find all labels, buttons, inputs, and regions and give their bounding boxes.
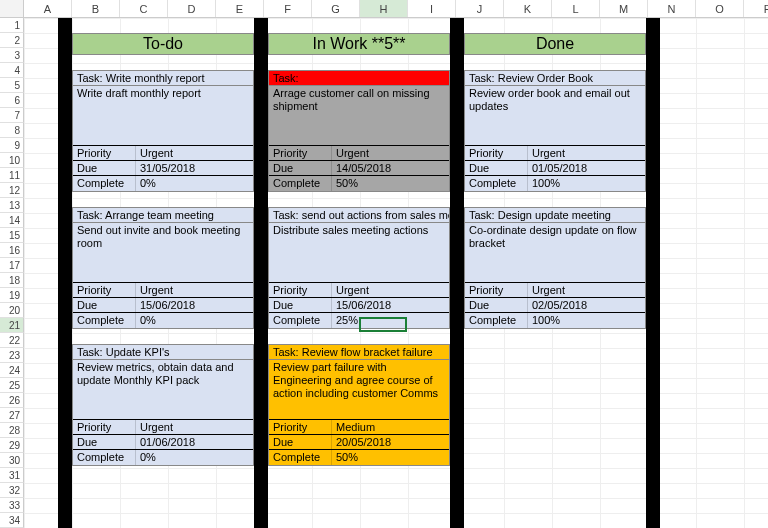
col-head-H[interactable]: H (360, 0, 408, 17)
card-row-value[interactable]: 50% (331, 450, 449, 465)
row-head-14[interactable]: 14 (0, 213, 24, 228)
col-head-F[interactable]: F (264, 0, 312, 17)
column-header-done[interactable]: Done (464, 33, 646, 55)
col-head-B[interactable]: B (72, 0, 120, 17)
card-row-value[interactable]: 01/05/2018 (527, 161, 645, 175)
card-row-value[interactable]: 14/05/2018 (331, 161, 449, 175)
card-row-value[interactable]: Medium (331, 420, 449, 434)
row-head-10[interactable]: 10 (0, 153, 24, 168)
card[interactable]: Task:Arrage customer call on missing shi… (268, 70, 450, 192)
card-row-value[interactable]: Urgent (331, 283, 449, 297)
row-head-3[interactable]: 3 (0, 48, 24, 63)
row-head-19[interactable]: 19 (0, 288, 24, 303)
row-head-15[interactable]: 15 (0, 228, 24, 243)
row-head-1[interactable]: 1 (0, 18, 24, 33)
select-all-corner[interactable] (0, 0, 24, 17)
col-head-M[interactable]: M (600, 0, 648, 17)
card-row-value[interactable]: Urgent (135, 283, 253, 297)
col-head-D[interactable]: D (168, 0, 216, 17)
col-head-C[interactable]: C (120, 0, 168, 17)
card-desc[interactable]: Send out invite and book meeting room (73, 223, 253, 283)
card-row-value[interactable]: 0% (135, 313, 253, 328)
row-head-9[interactable]: 9 (0, 138, 24, 153)
card-row-priority[interactable]: PriorityUrgent (465, 283, 645, 298)
card-title[interactable]: Task: Arrange team meeting (73, 208, 253, 223)
card-row-due[interactable]: Due20/05/2018 (269, 435, 449, 450)
row-head-5[interactable]: 5 (0, 78, 24, 93)
column-header-todo[interactable]: To-do (72, 33, 254, 55)
card-row-value[interactable]: 50% (331, 176, 449, 191)
card-row-priority[interactable]: PriorityMedium (269, 420, 449, 435)
card-row-due[interactable]: Due31/05/2018 (73, 161, 253, 176)
col-head-A[interactable]: A (24, 0, 72, 17)
card-row-value[interactable]: 25% (331, 313, 449, 328)
row-head-22[interactable]: 22 (0, 333, 24, 348)
card-title[interactable]: Task: (269, 71, 449, 86)
card-row-value[interactable]: Urgent (527, 283, 645, 297)
card-row-value[interactable]: 02/05/2018 (527, 298, 645, 312)
card-row-complete[interactable]: Complete50% (269, 450, 449, 465)
card[interactable]: Task: send out actions from sales meetDi… (268, 207, 450, 329)
card-row-complete[interactable]: Complete0% (73, 313, 253, 328)
row-head-7[interactable]: 7 (0, 108, 24, 123)
card-row-priority[interactable]: PriorityUrgent (269, 146, 449, 161)
card-row-due[interactable]: Due14/05/2018 (269, 161, 449, 176)
card[interactable]: Task: Update KPI'sReview metrics, obtain… (72, 344, 254, 466)
card-row-priority[interactable]: PriorityUrgent (73, 283, 253, 298)
col-head-G[interactable]: G (312, 0, 360, 17)
row-head-33[interactable]: 33 (0, 498, 24, 513)
col-head-K[interactable]: K (504, 0, 552, 17)
card-row-value[interactable]: 0% (135, 176, 253, 191)
card-desc[interactable]: Write draft monthly report (73, 86, 253, 146)
card-row-value[interactable]: Urgent (135, 420, 253, 434)
row-head-2[interactable]: 2 (0, 33, 24, 48)
row-head-12[interactable]: 12 (0, 183, 24, 198)
card-row-value[interactable]: 31/05/2018 (135, 161, 253, 175)
row-head-28[interactable]: 28 (0, 423, 24, 438)
col-head-O[interactable]: O (696, 0, 744, 17)
col-head-E[interactable]: E (216, 0, 264, 17)
row-head-30[interactable]: 30 (0, 453, 24, 468)
row-head-13[interactable]: 13 (0, 198, 24, 213)
card-row-priority[interactable]: PriorityUrgent (73, 420, 253, 435)
card-desc[interactable]: Review order book and email out updates (465, 86, 645, 146)
row-head-24[interactable]: 24 (0, 363, 24, 378)
card-row-due[interactable]: Due01/06/2018 (73, 435, 253, 450)
col-head-I[interactable]: I (408, 0, 456, 17)
card-title[interactable]: Task: send out actions from sales meet (269, 208, 449, 223)
card-row-due[interactable]: Due15/06/2018 (269, 298, 449, 313)
card-desc[interactable]: Arrage customer call on missing shipment (269, 86, 449, 146)
row-head-18[interactable]: 18 (0, 273, 24, 288)
card-row-value[interactable]: 15/06/2018 (331, 298, 449, 312)
card-row-value[interactable]: Urgent (527, 146, 645, 160)
card-desc[interactable]: Review metrics, obtain data and update M… (73, 360, 253, 420)
grid[interactable]: .sep{display:none} To-do Task: Write mon… (24, 18, 768, 528)
card-title[interactable]: Task: Review Order Book (465, 71, 645, 86)
card-title[interactable]: Task: Review flow bracket failure (269, 345, 449, 360)
card-row-value[interactable]: Urgent (331, 146, 449, 160)
row-head-8[interactable]: 8 (0, 123, 24, 138)
row-head-16[interactable]: 16 (0, 243, 24, 258)
row-head-17[interactable]: 17 (0, 258, 24, 273)
card-row-complete[interactable]: Complete25% (269, 313, 449, 328)
card-title[interactable]: Task: Write monthly report (73, 71, 253, 86)
row-head-29[interactable]: 29 (0, 438, 24, 453)
card-desc[interactable]: Co-ordinate design update on flow bracke… (465, 223, 645, 283)
card-row-due[interactable]: Due15/06/2018 (73, 298, 253, 313)
card[interactable]: Task: Review Order BookReview order book… (464, 70, 646, 192)
row-head-34[interactable]: 34 (0, 513, 24, 528)
card-row-priority[interactable]: PriorityUrgent (465, 146, 645, 161)
col-head-J[interactable]: J (456, 0, 504, 17)
card-row-complete[interactable]: Complete0% (73, 450, 253, 465)
card-row-value[interactable]: 15/06/2018 (135, 298, 253, 312)
card[interactable]: Task: Design update meetingCo-ordinate d… (464, 207, 646, 329)
card-row-priority[interactable]: PriorityUrgent (269, 283, 449, 298)
card-row-value[interactable]: 0% (135, 450, 253, 465)
card-row-value[interactable]: 20/05/2018 (331, 435, 449, 449)
row-head-4[interactable]: 4 (0, 63, 24, 78)
card-row-value[interactable]: 100% (527, 313, 645, 328)
card-row-due[interactable]: Due02/05/2018 (465, 298, 645, 313)
row-head-23[interactable]: 23 (0, 348, 24, 363)
row-head-27[interactable]: 27 (0, 408, 24, 423)
col-head-P[interactable]: P (744, 0, 768, 17)
